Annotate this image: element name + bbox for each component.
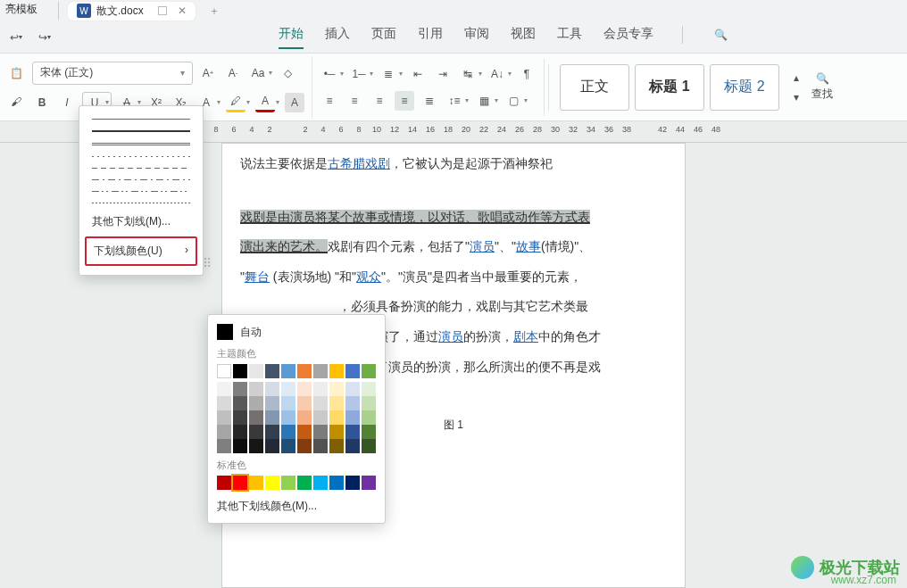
more-underline-colors[interactable]: 其他下划线颜色(M)...: [217, 497, 376, 516]
drag-handle-icon[interactable]: ⠿: [203, 256, 212, 270]
link-actor[interactable]: 演员: [470, 239, 495, 253]
format-painter-icon[interactable]: 🖌: [6, 92, 26, 112]
color-swatch[interactable]: [329, 410, 344, 425]
color-swatch[interactable]: [297, 382, 312, 396]
color-swatch[interactable]: [249, 425, 263, 439]
show-marks-icon[interactable]: ¶: [517, 64, 537, 84]
color-swatch[interactable]: [265, 396, 279, 410]
font-name-select[interactable]: 宋体 (正文): [32, 62, 193, 85]
tab-ref[interactable]: 引用: [418, 26, 443, 49]
align-justify-icon[interactable]: ≡: [395, 91, 414, 111]
color-swatch[interactable]: [233, 382, 247, 396]
underline-style-single[interactable]: [79, 113, 203, 125]
color-swatch[interactable]: [329, 396, 344, 410]
underline-style-dashdot2[interactable]: [79, 186, 203, 197]
color-swatch[interactable]: [249, 382, 263, 396]
change-case-icon[interactable]: Aa▾: [248, 63, 272, 83]
color-swatch[interactable]: [233, 410, 247, 425]
char-shading-icon[interactable]: A: [285, 93, 304, 112]
color-swatch[interactable]: [362, 439, 376, 453]
color-swatch[interactable]: [217, 425, 231, 439]
color-swatch[interactable]: [281, 425, 295, 439]
increase-indent-icon[interactable]: ⇥: [433, 64, 453, 84]
color-swatch[interactable]: [345, 364, 360, 378]
color-swatch[interactable]: [313, 382, 328, 396]
font-color-icon[interactable]: A▾: [255, 93, 279, 112]
clipboard-icon[interactable]: 📋: [6, 63, 26, 83]
bullets-icon[interactable]: •─▾: [320, 64, 344, 84]
shading-icon[interactable]: ▦▾: [474, 91, 498, 111]
color-swatch[interactable]: [217, 439, 231, 453]
underline-style-wave[interactable]: [79, 197, 203, 209]
color-swatch[interactable]: [281, 410, 295, 425]
increase-font-icon[interactable]: A+: [198, 63, 218, 83]
bold-icon[interactable]: B: [32, 93, 52, 112]
tab-review[interactable]: 审阅: [464, 26, 489, 49]
color-swatch[interactable]: [313, 396, 328, 410]
tab-restore-icon[interactable]: [158, 6, 167, 15]
style-scroll-down-icon[interactable]: ▾: [786, 87, 806, 107]
align-left-icon[interactable]: ≡: [320, 91, 339, 111]
underline-style-thick[interactable]: [79, 125, 203, 137]
tab-view[interactable]: 视图: [511, 26, 536, 49]
document-tab[interactable]: W 散文.docx ✕: [68, 2, 196, 21]
decrease-font-icon[interactable]: A-: [223, 63, 243, 83]
color-swatch[interactable]: [217, 396, 231, 410]
color-swatch[interactable]: [265, 425, 279, 439]
color-swatch[interactable]: [362, 410, 376, 425]
underline-more[interactable]: 其他下划线(M)...: [79, 209, 203, 235]
clear-format-icon[interactable]: ◇: [278, 63, 297, 83]
borders-icon[interactable]: ▢▾: [503, 91, 528, 111]
color-swatch[interactable]: [329, 476, 344, 490]
style-heading2[interactable]: 标题 2: [710, 64, 779, 111]
highlight-icon[interactable]: 🖊▾: [226, 93, 250, 112]
color-swatch[interactable]: [249, 410, 263, 425]
underline-style-dotted[interactable]: [79, 151, 203, 162]
color-swatch[interactable]: [281, 396, 295, 410]
tab-page[interactable]: 页面: [371, 26, 396, 49]
color-swatch[interactable]: [362, 364, 376, 378]
color-swatch[interactable]: [297, 439, 312, 453]
color-swatch[interactable]: [345, 410, 360, 425]
color-swatch[interactable]: [297, 476, 312, 490]
color-swatch[interactable]: [281, 439, 295, 453]
color-swatch[interactable]: [217, 364, 231, 378]
color-swatch[interactable]: [233, 364, 247, 378]
tab-tools[interactable]: 工具: [557, 26, 582, 49]
color-swatch[interactable]: [297, 396, 312, 410]
color-swatch[interactable]: [345, 476, 360, 490]
link-stage[interactable]: 舞台: [245, 269, 270, 284]
color-swatch[interactable]: [313, 364, 328, 378]
link-audience[interactable]: 观众: [356, 269, 381, 284]
color-swatch[interactable]: [297, 425, 312, 439]
tab-settings-icon[interactable]: ↹▾: [458, 64, 482, 84]
undo-icon[interactable]: ↩▾: [7, 29, 25, 46]
link-script[interactable]: 剧本: [513, 329, 538, 344]
new-tab-button[interactable]: ＋: [204, 1, 224, 21]
color-swatch[interactable]: [313, 425, 328, 439]
color-swatch[interactable]: [265, 410, 279, 425]
underline-style-dashed[interactable]: [79, 162, 203, 174]
color-swatch[interactable]: [233, 476, 247, 490]
color-swatch[interactable]: [345, 382, 360, 396]
find-replace-button[interactable]: 🔍 查找: [806, 69, 838, 105]
color-swatch[interactable]: [233, 439, 247, 453]
color-swatch[interactable]: [281, 364, 295, 378]
decrease-indent-icon[interactable]: ⇤: [408, 64, 428, 84]
color-swatch[interactable]: [313, 439, 328, 453]
color-swatch[interactable]: [345, 425, 360, 439]
color-swatch[interactable]: [249, 476, 263, 490]
link-greek-drama[interactable]: 古希腊戏剧: [328, 156, 390, 170]
color-swatch[interactable]: [265, 439, 279, 453]
color-swatch[interactable]: [313, 410, 328, 425]
color-swatch[interactable]: [362, 476, 376, 490]
color-swatch[interactable]: [249, 439, 263, 453]
distribute-icon[interactable]: ≣: [420, 91, 439, 111]
align-center-icon[interactable]: ≡: [345, 91, 364, 111]
color-swatch[interactable]: [265, 364, 279, 378]
tab-vip[interactable]: 会员专享: [603, 26, 653, 49]
redo-icon[interactable]: ↪▾: [36, 29, 54, 46]
color-swatch[interactable]: [281, 382, 295, 396]
italic-icon[interactable]: I: [57, 93, 77, 112]
color-swatch[interactable]: [217, 476, 231, 490]
